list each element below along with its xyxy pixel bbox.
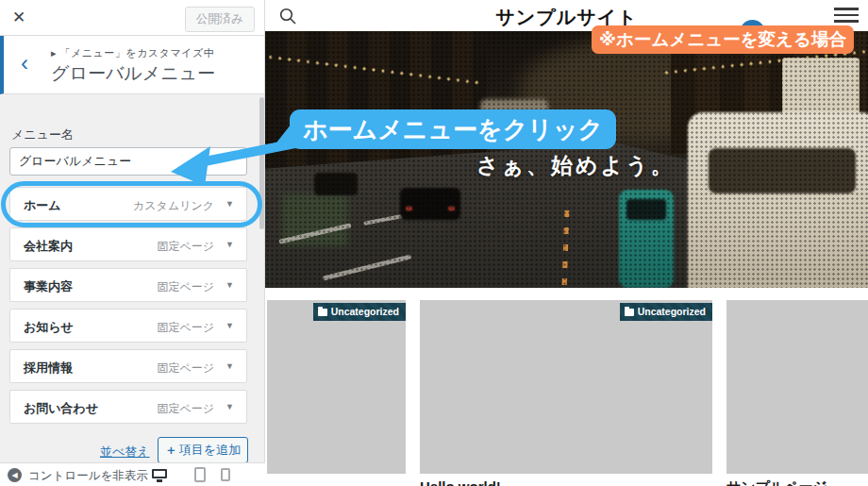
post-card-1[interactable]: Uncategorized bbox=[267, 300, 406, 474]
menu-item-row-4[interactable]: お知らせ固定ページ▼ bbox=[9, 309, 247, 343]
menu-item-label: 会社案内 bbox=[24, 238, 73, 255]
customizer-panel: ✕ 公開済み ‹ ▸ 「メニュー」をカスタマイズ中 グローバルメニュー メニュー… bbox=[0, 0, 265, 486]
plus-icon: ＋ bbox=[165, 443, 177, 457]
breadcrumb: ▸ 「メニュー」をカスタマイズ中 bbox=[51, 46, 214, 60]
menu-item-row-2[interactable]: 会社案内固定ページ▼ bbox=[9, 227, 247, 261]
menu-item-label: お知らせ bbox=[24, 319, 74, 336]
callout-bubble: ホームメニューをクリック bbox=[290, 109, 616, 149]
menu-name-input[interactable] bbox=[9, 147, 247, 176]
post-card-2[interactable]: Uncategorized bbox=[420, 300, 712, 474]
category-badge[interactable]: Uncategorized bbox=[620, 303, 712, 321]
chevron-down-icon[interactable]: ▼ bbox=[225, 240, 234, 249]
post-card-title[interactable]: サンプルページ bbox=[726, 478, 827, 486]
menu-item-label: ホーム bbox=[24, 197, 61, 214]
close-icon[interactable]: ✕ bbox=[0, 0, 38, 36]
hamburger-menu-icon[interactable] bbox=[834, 8, 859, 23]
menu-item-type: カスタムリンク bbox=[133, 198, 214, 214]
customizer-section-header: ‹ ▸ 「メニュー」をカスタマイズ中 グローバルメニュー bbox=[0, 36, 264, 94]
hide-controls-label[interactable]: コントロールを非表示 bbox=[28, 468, 149, 484]
customizer-footer: ◀ コントロールを非表示 bbox=[0, 462, 265, 486]
site-preview: サンプルサイト SAGAWA bbox=[265, 0, 868, 486]
page-title: グローバルメニュー bbox=[51, 61, 215, 86]
reorder-link[interactable]: 並べ替え bbox=[100, 444, 150, 461]
category-badge-label: Uncategorized bbox=[331, 303, 399, 321]
customizer-topbar: ✕ 公開済み bbox=[0, 0, 264, 36]
collapse-controls-icon[interactable]: ◀ bbox=[8, 468, 22, 482]
add-item-button[interactable]: ＋項目を追加 bbox=[158, 437, 248, 463]
menu-item-label: 採用情報 bbox=[24, 360, 73, 377]
hero-image: SAGAWA さぁ、始めよう。 bbox=[265, 31, 868, 288]
chevron-down-icon[interactable]: ▼ bbox=[225, 402, 234, 411]
menu-item-type: 固定ページ bbox=[157, 239, 214, 255]
panel-scrollbar[interactable] bbox=[259, 97, 264, 229]
folder-icon bbox=[625, 309, 634, 316]
desktop-preview-icon[interactable] bbox=[152, 469, 167, 478]
menu-item-type: 固定ページ bbox=[157, 320, 214, 336]
chevron-down-icon[interactable]: ▼ bbox=[225, 199, 234, 209]
back-chevron-icon[interactable]: ‹ bbox=[4, 36, 45, 94]
post-card-3[interactable] bbox=[726, 300, 868, 474]
phone-preview-icon[interactable] bbox=[221, 468, 230, 481]
menu-item-row-6[interactable]: お問い合わせ固定ページ▼ bbox=[9, 390, 247, 424]
menu-item-label: お問い合わせ bbox=[24, 400, 98, 417]
menu-item-row-1[interactable]: ホームカスタムリンク▼ bbox=[9, 187, 247, 221]
category-badge[interactable]: Uncategorized bbox=[313, 303, 406, 321]
note-badge: ※ホームメニューを変える場合 bbox=[592, 25, 854, 54]
menu-item-row-5[interactable]: 採用情報固定ページ▼ bbox=[9, 349, 247, 383]
menu-item-row-3[interactable]: 事業内容固定ページ▼ bbox=[9, 268, 247, 302]
folder-icon bbox=[318, 309, 327, 316]
post-cards-area: UncategorizedUncategorizedHello world!サン… bbox=[265, 288, 868, 486]
post-card-title[interactable]: Hello world! bbox=[420, 478, 501, 486]
menu-item-type: 固定ページ bbox=[157, 360, 214, 377]
menu-item-label: 事業内容 bbox=[24, 278, 73, 295]
chevron-down-icon[interactable]: ▼ bbox=[225, 280, 234, 290]
publish-button[interactable]: 公開済み bbox=[185, 7, 255, 32]
chevron-down-icon[interactable]: ▼ bbox=[225, 361, 234, 371]
menu-name-label: メニュー名 bbox=[11, 126, 74, 143]
add-item-label: 項目を追加 bbox=[179, 443, 241, 457]
chevron-down-icon[interactable]: ▼ bbox=[225, 321, 234, 330]
menu-item-type: 固定ページ bbox=[157, 279, 214, 295]
screenshot-root: ✕ 公開済み ‹ ▸ 「メニュー」をカスタマイズ中 グローバルメニュー メニュー… bbox=[0, 0, 868, 486]
category-badge-label: Uncategorized bbox=[638, 303, 706, 321]
tablet-preview-icon[interactable] bbox=[194, 467, 206, 482]
menu-item-type: 固定ページ bbox=[157, 401, 214, 417]
hero-headline: さぁ、始めよう。 bbox=[476, 151, 676, 180]
